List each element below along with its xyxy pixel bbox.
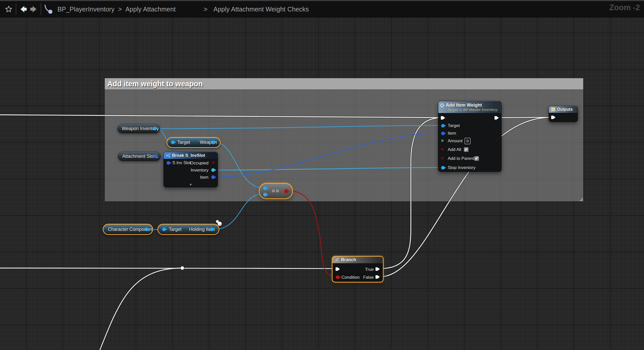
- break-item-label: Item: [200, 175, 208, 180]
- aiw-add-all-checkbox[interactable]: ✔: [464, 147, 469, 152]
- outputs-exec-in-pin[interactable]: [551, 115, 556, 119]
- breadcrumb-chevron: >: [118, 6, 122, 13]
- character-component-output-pin[interactable]: [145, 228, 148, 231]
- outputs-title: Outputs: [557, 107, 573, 112]
- break-inventory-pin[interactable]: [211, 168, 215, 172]
- breadcrumb-function[interactable]: Apply Attachment: [125, 6, 176, 13]
- aiw-amount-label: Amount: [448, 138, 463, 144]
- graph-lasso-icon: [43, 3, 53, 15]
- node-outputs[interactable]: Outputs: [549, 106, 578, 122]
- aiw-item-label: Item: [448, 131, 456, 136]
- aiw-stop-inventory-label: Stop Inventory: [448, 165, 476, 170]
- aiw-add-all-pin[interactable]: [441, 148, 443, 150]
- branch-condition-pin[interactable]: [336, 275, 339, 279]
- aiw-add-to-parent-label: Add to Parent: [448, 156, 474, 161]
- reroute-node[interactable]: [181, 266, 184, 270]
- get-holding-item-target-pin[interactable]: [162, 228, 166, 231]
- blueprint-graph-canvas[interactable]: Add item weight to weapon Weapon Invento…: [0, 0, 644, 350]
- node-equals[interactable]: ==: [259, 183, 293, 199]
- break-inventory-label: Inventory: [191, 168, 208, 173]
- get-holding-item-output-pin[interactable]: [210, 228, 214, 231]
- branch-icon: [335, 258, 339, 262]
- wire-halo: [0, 268, 336, 269]
- aiw-exec-in-pin[interactable]: [441, 116, 445, 120]
- aiw-target-pin[interactable]: [441, 124, 445, 128]
- weapon-inventory-output-pin[interactable]: [153, 127, 156, 130]
- comment-resize-handle[interactable]: [579, 197, 583, 201]
- aiw-add-to-parent-pin[interactable]: [441, 157, 443, 159]
- function-diamond-icon: [440, 103, 444, 107]
- get-holding-item-target-label: Target: [169, 227, 182, 232]
- forward-arrow-icon[interactable]: [28, 3, 39, 15]
- aiw-exec-out-pin[interactable]: [495, 116, 499, 120]
- branch-condition-label: Condition: [341, 275, 360, 280]
- break-input-pin[interactable]: [167, 161, 170, 165]
- break-struct-icon: [166, 153, 170, 158]
- aiw-amount-pin[interactable]: [441, 139, 443, 142]
- aiw-item-pin[interactable]: [441, 132, 445, 135]
- aiw-target-label: Target: [448, 123, 460, 128]
- zoom-level-label: Zoom -2: [609, 3, 640, 12]
- equals-output-pin[interactable]: [284, 189, 288, 193]
- wire-halo: [99, 268, 182, 350]
- breadcrumb-root[interactable]: BP_PlayerInventory: [57, 6, 115, 13]
- branch-true-label: True: [365, 267, 374, 272]
- branch-header[interactable]: Branch: [333, 257, 383, 263]
- aiw-add-all-label: Add All: [448, 147, 461, 152]
- branch-exec-in-pin[interactable]: [336, 267, 340, 271]
- toolbar-divider: [41, 3, 41, 15]
- branch-false-label: False: [363, 275, 374, 280]
- aiw-stop-inventory-pin[interactable]: [441, 166, 445, 170]
- node-branch[interactable]: Branch True Condition False: [332, 256, 384, 283]
- aiw-add-to-parent-checkbox[interactable]: ✔: [474, 156, 479, 161]
- exec-wire-in-to-branch[interactable]: [0, 268, 336, 269]
- aiw-amount-input[interactable]: 0: [465, 138, 471, 144]
- break-invslot-header[interactable]: Break S_InvSlot: [164, 152, 218, 159]
- attachment-slot-label: Attachment Slot L: [122, 154, 158, 159]
- outputs-header[interactable]: Outputs: [549, 106, 578, 113]
- node-attachment-slot[interactable]: Attachment Slot L: [118, 152, 161, 161]
- mouse-cursor: [215, 219, 223, 227]
- bool-wire-equals-to-condition[interactable]: [290, 191, 336, 277]
- breadcrumb-toolbar: BP_PlayerInventory > Apply Attachment > …: [0, 0, 644, 17]
- break-input-label: S Inv Slot: [172, 160, 191, 165]
- branch-false-pin[interactable]: [376, 275, 380, 279]
- node-break-invslot[interactable]: Break S_InvSlot S Inv Slot Occupied Inve…: [163, 152, 218, 187]
- branch-title: Branch: [341, 257, 356, 262]
- back-arrow-icon[interactable]: [18, 3, 28, 15]
- toolbar-divider: [16, 3, 16, 15]
- break-item-pin[interactable]: [211, 175, 215, 179]
- node-character-component[interactable]: Character Component: [103, 224, 153, 235]
- node-add-item-weight[interactable]: Add Item Weight Target is BP Master Inve…: [438, 101, 502, 172]
- breadcrumb-chevron: >: [204, 6, 207, 13]
- get-weapon-target-label: Target: [177, 140, 190, 145]
- break-occupied-pin[interactable]: [212, 161, 214, 164]
- exec-wire-bottom-to-reroute[interactable]: [99, 268, 182, 350]
- outputs-box-icon: [551, 108, 555, 111]
- favorite-star-icon[interactable]: [4, 3, 14, 15]
- branch-true-pin[interactable]: [376, 267, 380, 271]
- node-get-holding-item[interactable]: Target Holding Item: [157, 224, 219, 235]
- add-item-weight-title: Add Item Weight: [446, 103, 482, 108]
- break-invslot-title: Break S_InvSlot: [172, 153, 205, 158]
- comment-title: Add item weight to weapon: [107, 80, 203, 88]
- comment-header[interactable]: Add item weight to weapon: [105, 78, 583, 89]
- node-get-weapon[interactable]: Target Weapon: [167, 137, 221, 148]
- add-item-weight-header[interactable]: Add Item Weight Target is BP Master Inve…: [438, 101, 501, 113]
- get-weapon-target-pin[interactable]: [171, 141, 175, 144]
- breadcrumb-current[interactable]: Apply Attachment Weight Checks: [214, 6, 309, 13]
- node-weapon-inventory[interactable]: Weapon Inventory: [117, 124, 160, 133]
- break-collapse-arrow[interactable]: ▼: [164, 183, 218, 187]
- get-weapon-output-pin[interactable]: [211, 141, 215, 144]
- break-occupied-label: Occupied: [190, 161, 208, 166]
- attachment-slot-output-pin[interactable]: [154, 155, 157, 158]
- add-item-weight-subtitle: Target is BP Master Inventory: [447, 107, 497, 112]
